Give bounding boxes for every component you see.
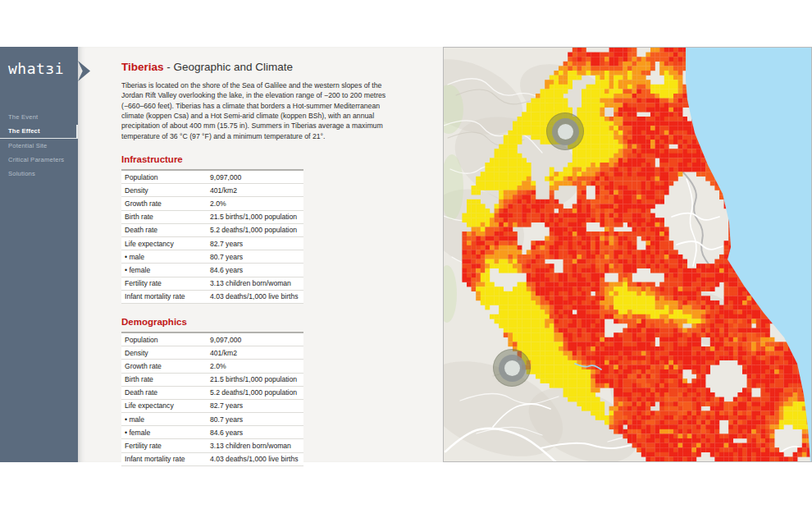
row-label: Growth rate: [121, 197, 208, 210]
row-label: Density: [121, 346, 208, 360]
row-value: 82.7 years: [208, 399, 303, 412]
row-label: Birth rate: [121, 373, 208, 386]
row-label: Population: [121, 170, 208, 184]
table-row: Population9,097,000: [121, 170, 303, 184]
table-row: Life expectancy82.7 years: [121, 237, 303, 250]
row-value: 5.2 deaths/1,000 population: [208, 386, 303, 399]
row-value: 9,097,000: [208, 170, 303, 184]
app-window: whatзi The EventThe EffectPotential Site…: [0, 47, 812, 462]
map-marker-core: [504, 360, 520, 376]
row-value: 84.6 years: [208, 264, 303, 277]
table-row: Life expectancy82.7 years: [121, 399, 303, 412]
sidebar-item-the-effect[interactable]: The Effect: [0, 124, 78, 139]
row-value: 80.7 years: [208, 413, 303, 426]
table-row: Fertility rate3.13 children born/woman: [121, 277, 303, 290]
map-marker-ring: [552, 118, 579, 145]
table-row: Birth rate21.5 births/1,000 population: [121, 210, 303, 223]
row-value: 2.0%: [208, 360, 303, 373]
intro-paragraph: Tiberias is located on the shore of the …: [121, 80, 395, 141]
row-label: Life expectancy: [121, 399, 208, 412]
sidebar-item-the-event[interactable]: The Event: [0, 110, 78, 124]
table-row: Birth rate21.5 births/1,000 population: [121, 373, 303, 386]
stats-table: Population9,097,000Density401/km2Growth …: [121, 169, 303, 304]
map-marker[interactable]: [546, 112, 584, 150]
table-row: • male80.7 years: [121, 250, 303, 264]
row-label: • male: [121, 413, 208, 426]
row-label: Death rate: [121, 223, 208, 236]
row-value: 2.0%: [208, 197, 303, 210]
row-label: • male: [121, 250, 208, 264]
sidebar-nav: The EventThe EffectPotential SiteCritica…: [0, 110, 78, 181]
table-row: Infant mortality rate4.03 deaths/1,000 l…: [121, 452, 303, 465]
row-value: 3.13 children born/woman: [208, 277, 303, 290]
page: whatзi The EventThe EffectPotential Site…: [0, 0, 812, 509]
table-row: Death rate5.2 deaths/1,000 population: [121, 386, 303, 399]
row-value: 84.6 years: [208, 426, 303, 439]
row-label: Population: [121, 332, 208, 346]
city-name: Tiberias: [121, 61, 164, 73]
stats-sections: InfrastructurePopulation9,097,000Density…: [121, 154, 443, 466]
row-value: 9,097,000: [208, 332, 303, 346]
row-label: • female: [121, 264, 208, 277]
table-row: • female84.6 years: [121, 264, 303, 277]
page-title: Tiberias - Geographic and Climate: [121, 61, 443, 73]
table-row: Population9,097,000: [121, 332, 303, 346]
section-title: Demographics: [121, 317, 443, 327]
row-label: Infant mortality rate: [121, 452, 208, 465]
content-panel: Tiberias - Geographic and Climate Tiberi…: [78, 47, 443, 462]
table-row: Fertility rate3.13 children born/woman: [121, 439, 303, 452]
row-value: 401/km2: [208, 346, 303, 360]
row-value: 401/km2: [208, 184, 303, 197]
row-value: 4.03 deaths/1,000 live births: [208, 452, 303, 465]
row-value: 82.7 years: [208, 237, 303, 250]
row-label: Life expectancy: [121, 237, 208, 250]
table-row: Infant mortality rate4.03 deaths/1,000 l…: [121, 290, 303, 303]
map-marker[interactable]: [493, 349, 531, 387]
row-label: Density: [121, 184, 208, 197]
row-value: 80.7 years: [208, 250, 303, 264]
page-subtitle: - Geographic and Climate: [164, 61, 294, 73]
table-row: • male80.7 years: [121, 413, 303, 426]
section-title: Infrastructure: [121, 154, 443, 164]
sidebar-item-potential-site[interactable]: Potential Site: [0, 139, 78, 153]
section-demographics: DemographicsPopulation9,097,000Density40…: [121, 317, 443, 466]
table-row: Growth rate2.0%: [121, 197, 303, 210]
table-row: Death rate5.2 deaths/1,000 population: [121, 223, 303, 236]
app-logo[interactable]: whatзi: [0, 47, 78, 77]
map-canvas: [444, 48, 811, 461]
map[interactable]: [443, 47, 812, 462]
row-label: Fertility rate: [121, 439, 208, 452]
row-label: • female: [121, 426, 208, 439]
map-marker-core: [558, 124, 573, 140]
sidebar-item-critical-parameters[interactable]: Critical Parameters: [0, 153, 78, 167]
row-value: 5.2 deaths/1,000 population: [208, 223, 303, 236]
row-label: Fertility rate: [121, 277, 208, 290]
table-row: Density401/km2: [121, 184, 303, 197]
stats-table: Population9,097,000Density401/km2Growth …: [121, 332, 303, 466]
row-value: 21.5 births/1,000 population: [208, 210, 303, 223]
table-row: Growth rate2.0%: [121, 360, 303, 373]
row-label: Birth rate: [121, 210, 208, 223]
sidebar-item-solutions[interactable]: Solutions: [0, 167, 78, 181]
row-label: Infant mortality rate: [121, 290, 208, 303]
row-value: 3.13 children born/woman: [208, 439, 303, 452]
sidebar: whatзi The EventThe EffectPotential Site…: [0, 47, 78, 462]
table-row: Density401/km2: [121, 346, 303, 360]
row-label: Growth rate: [121, 360, 208, 373]
row-value: 4.03 deaths/1,000 live births: [208, 290, 303, 303]
table-row: • female84.6 years: [121, 426, 303, 439]
map-marker-ring: [499, 355, 526, 382]
section-infrastructure: InfrastructurePopulation9,097,000Density…: [121, 154, 443, 304]
row-label: Death rate: [121, 386, 208, 399]
row-value: 21.5 births/1,000 population: [208, 373, 303, 386]
